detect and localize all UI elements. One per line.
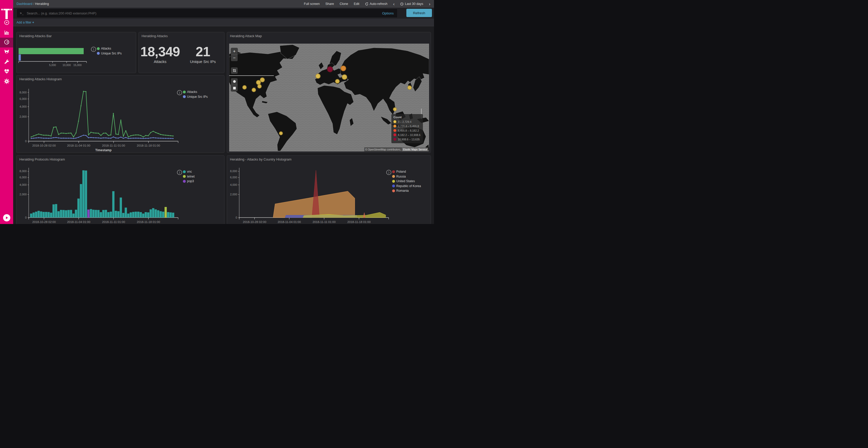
svg-text:2018-11-18 01:00: 2018-11-18 01:00 [347,220,371,223]
legend-item-republic-of-korea[interactable]: Republic of Korea [392,184,421,188]
legend-item-united-states[interactable]: United States [392,179,421,184]
map-fit-control [231,67,238,74]
svg-text:6,000: 6,000 [20,176,27,179]
breadcrumb-dashboard-link[interactable]: Dashboard [17,2,32,6]
svg-text:6,000: 6,000 [230,176,237,179]
legend-color-dot [392,180,395,183]
map-legend-row: 8,182.2 – 10,908.6 [394,133,421,137]
bar-chart-icon [4,29,9,36]
legend-item-russia[interactable]: Russia [392,174,421,179]
svg-text:4,000: 4,000 [20,105,27,108]
map-zoom-in-button[interactable]: + [231,48,238,55]
panel-heralding-attacks-bar: Heralding Attacks Bar 5,00010,00015,000 … [16,32,136,73]
map-point-korea[interactable] [407,85,412,90]
svg-text:2018-10-28 02:00: 2018-10-28 02:00 [243,220,266,223]
legend-item-attacks[interactable]: Attacks [97,46,122,51]
chart-legend: AttacksUnique Src IPs [183,90,208,99]
metric-value: 21 [182,45,224,59]
legend-item-unique-src-ips[interactable]: Unique Src IPs [97,51,122,56]
legend-item-attacks[interactable]: Attacks [183,90,208,95]
legend-label: United States [396,179,415,183]
sidebar-item-visualize[interactable] [0,28,13,38]
map-point-us-central[interactable] [242,85,247,90]
map-point-poland[interactable] [327,66,333,72]
svg-text:2,000: 2,000 [230,193,237,196]
query-bar: >_ Options Refresh [13,8,434,19]
filter-bar: Add a filter + [13,19,434,26]
legend-toggle-icon[interactable]: 〉 [91,47,96,52]
map-point-russia[interactable] [340,66,346,71]
map-point-us-northeast[interactable] [260,77,265,82]
time-back-button[interactable]: ‹ [393,2,395,6]
add-filter-link[interactable]: Add a filter + [17,21,34,24]
attribution-text: © OpenStreetMap contributors, [365,148,401,151]
time-forward-button[interactable]: › [429,2,430,6]
legend-color-dot [392,189,395,192]
edit-button[interactable]: Edit [354,2,359,6]
legend-toggle-icon[interactable]: 〉 [386,170,392,175]
full-screen-button[interactable]: Full screen [304,2,319,6]
clock-icon [400,2,404,6]
gear-icon [4,78,9,85]
legend-label: Unique Src IPs [101,51,122,55]
map-legend-range: 3 – 2,729.4 [398,120,411,123]
auto-refresh-button[interactable]: Auto-refresh [365,2,388,6]
sidebar-item-monitoring[interactable] [0,67,13,77]
share-button[interactable]: Share [325,2,334,6]
legend-item-pop3[interactable]: pop3 [183,179,194,184]
legend-item-romania[interactable]: Romania [392,188,421,193]
world-map[interactable]: + − Count 3 – 2,729.42,729.4 – 5,455.85,… [229,44,429,151]
legend-item-unique-src-ips[interactable]: Unique Src IPs [183,95,208,99]
legend-label: Republic of Korea [396,184,421,188]
map-draw-polygon-button[interactable] [231,78,238,84]
legend-label: pop3 [187,179,194,183]
legend-color-dot [97,52,100,55]
map-legend-range: 10,908.6 – 13,635 [398,138,420,141]
map-count-legend: Count 3 – 2,729.42,729.4 – 5,455.85,455.… [392,114,423,143]
map-point-brazil[interactable] [279,131,283,135]
map-zoom-out-button[interactable]: − [231,55,238,61]
metric-label: Attacks [139,59,182,64]
sidebar-item-timelion[interactable] [0,47,13,57]
map-point-us-east[interactable] [257,84,262,89]
map-legend-row: 10,908.6 – 13,635 [394,137,421,141]
map-draw-rectangle-button[interactable] [231,84,238,91]
compass-icon [4,20,9,26]
sidebar-item-discover[interactable] [0,18,13,28]
metric-value: 18,349 [139,45,182,59]
svg-text:0: 0 [236,216,237,219]
legend-label: Poland [396,170,406,173]
time-range-picker[interactable]: Last 30 days [400,2,423,6]
refresh-button[interactable]: Refresh [406,9,432,17]
svg-text:2018-10-28 02:00: 2018-10-28 02:00 [32,220,56,223]
chart-legend: PolandRussiaUnited StatesRepublic of Kor… [392,169,421,193]
sidebar-item-management[interactable] [0,77,13,87]
map-fit-bounds-button[interactable] [231,67,238,74]
clone-button[interactable]: Clone [340,2,348,6]
elastic-maps-service-link[interactable]: Elastic Maps Service [402,148,428,151]
sidebar-expand-button[interactable] [3,214,10,221]
protocols-bar-chart: 02,0004,0006,0008,0002018-10-28 02:00201… [17,156,224,224]
legend-label: Attacks [187,90,197,94]
map-point-ukraine[interactable] [342,74,347,80]
legend-item-telnet[interactable]: telnet [183,174,194,179]
map-point-us-southeast[interactable] [252,88,256,92]
sidebar-item-dev-tools[interactable] [0,57,13,67]
sidebar-item-dashboard[interactable] [0,38,13,47]
map-legend-dot [394,129,396,132]
search-input[interactable] [26,11,382,15]
legend-item-poland[interactable]: Poland [392,169,421,174]
legend-toggle-icon[interactable]: 〉 [177,170,182,175]
map-draw-controls [231,78,238,91]
legend-item-vnc[interactable]: vnc [183,169,194,174]
gauge-icon [4,39,9,46]
options-link[interactable]: Options [382,11,394,15]
panel-heralding-attacks-histogram: Heralding Attacks Histogram 02,0004,0006… [16,75,224,153]
svg-text:2018-11-18 01:00: 2018-11-18 01:00 [137,144,160,147]
map-point-romania[interactable] [335,79,340,83]
legend-color-dot [392,170,395,173]
legend-toggle-icon[interactable]: 〉 [177,90,182,95]
map-point-western-europe[interactable] [315,74,320,79]
map-point-indochina[interactable] [393,107,397,111]
nav-actions: Full screen Share Clone Edit Auto-refres… [304,2,430,6]
